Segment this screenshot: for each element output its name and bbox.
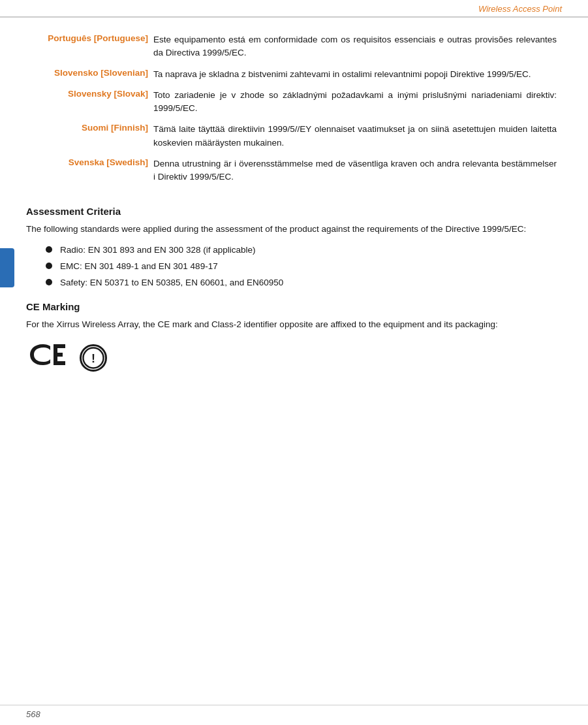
ce-symbols-container: ! [29, 340, 562, 375]
svg-rect-2 [54, 353, 63, 357]
ce-icon [29, 340, 67, 369]
page-number: 568 [26, 709, 40, 719]
page-footer: 568 [0, 705, 588, 725]
lang-text-finnish: Tämä laite täyttää direktiivin 1999/5//E… [153, 119, 562, 153]
ce-marking-heading: CE Marking [26, 301, 562, 312]
bullet-icon [46, 246, 52, 253]
lang-label-finnish: Suomi [Finnish] [26, 119, 153, 153]
page-header: Wireless Access Point [0, 0, 588, 18]
assessment-bullet-list: Radio: EN 301 893 and EN 300 328 (if app… [46, 243, 562, 291]
table-row: Svenska [Swedish] Denna utrustning är i … [26, 153, 562, 188]
table-row: Suomi [Finnish] Tämä laite täyttää direk… [26, 119, 562, 153]
lang-text-slovak: Toto zariadenie je v zhode so základnými… [153, 85, 562, 120]
table-row: Slovensko [Slovenian] Ta naprava je skla… [26, 64, 562, 85]
lang-label-slovak: Slovensky [Slovak] [26, 85, 153, 120]
list-item: EMC: EN 301 489-1 and EN 301 489-17 [46, 259, 562, 274]
page-container: Wireless Access Point Português [Portugu… [0, 0, 588, 725]
ce-marking-section: CE Marking For the Xirrus Wireless Array… [26, 301, 562, 376]
ce-mark-symbol [29, 340, 67, 375]
class2-identifier-symbol: ! [80, 344, 107, 372]
assessment-criteria-body: The following standards were applied dur… [26, 222, 562, 236]
bullet-icon [46, 263, 52, 269]
left-tab-decoration [0, 248, 14, 287]
language-table: Português [Portuguese] Este equipamento … [26, 29, 562, 187]
bullet-text-emc: EMC: EN 301 489-1 and EN 301 489-17 [60, 259, 218, 274]
list-item: Radio: EN 301 893 and EN 300 328 (if app… [46, 243, 562, 258]
lang-text-slovenian: Ta naprava je skladna z bistvenimi zahte… [153, 64, 562, 85]
bullet-text-safety: Safety: EN 50371 to EN 50385, EN 60601, … [60, 276, 283, 291]
main-content: Português [Portuguese] Este equipamento … [0, 18, 588, 388]
lang-label-portuguese: Português [Portuguese] [26, 29, 153, 64]
table-row: Português [Portuguese] Este equipamento … [26, 29, 562, 64]
header-title: Wireless Access Point [478, 4, 562, 14]
bullet-icon [46, 279, 52, 285]
svg-text:!: ! [91, 351, 95, 364]
svg-rect-3 [54, 361, 65, 365]
svg-rect-1 [54, 344, 65, 348]
bullet-text-radio: Radio: EN 301 893 and EN 300 328 (if app… [60, 243, 255, 258]
ce-marking-body: For the Xirrus Wireless Array, the CE ma… [26, 317, 562, 332]
assessment-criteria-heading: Assessment Criteria [26, 206, 562, 217]
assessment-criteria-section: Assessment Criteria The following standa… [26, 206, 562, 290]
lang-text-swedish: Denna utrustning är i överensstämmelse m… [153, 153, 562, 188]
class2-icon: ! [82, 344, 105, 372]
lang-text-portuguese: Este equipamento está em conformidade co… [153, 29, 562, 64]
lang-label-slovenian: Slovensko [Slovenian] [26, 64, 153, 85]
lang-label-swedish: Svenska [Swedish] [26, 153, 153, 188]
table-row: Slovensky [Slovak] Toto zariadenie je v … [26, 85, 562, 120]
list-item: Safety: EN 50371 to EN 50385, EN 60601, … [46, 276, 562, 291]
